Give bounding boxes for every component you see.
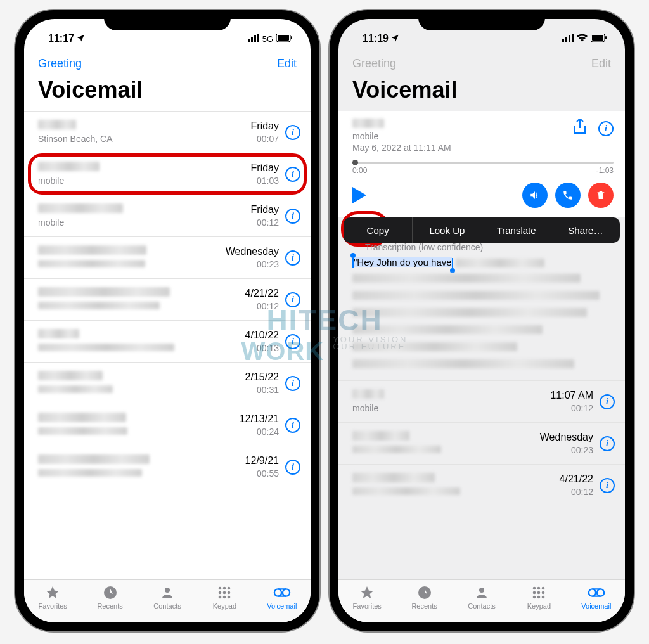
info-icon[interactable]: i bbox=[285, 250, 300, 266]
info-icon[interactable]: i bbox=[600, 436, 615, 451]
voicemail-duration: 01:03 bbox=[251, 175, 279, 186]
voicemail-list[interactable]: Stinson Beach, CA Friday 00:07 i mobile … bbox=[24, 111, 311, 579]
svg-rect-25 bbox=[592, 35, 603, 41]
contacts-icon bbox=[158, 585, 176, 600]
info-icon[interactable]: i bbox=[600, 394, 615, 409]
tab-recents[interactable]: Recents bbox=[81, 585, 138, 610]
selected-text[interactable]: "Hey John do you have bbox=[354, 257, 452, 267]
tab-favorites[interactable]: Favorites bbox=[338, 585, 395, 610]
svg-point-28 bbox=[479, 588, 484, 593]
context-menu-item[interactable]: Translate bbox=[482, 217, 551, 243]
status-time: 11:17 bbox=[48, 33, 74, 44]
tab-favorites[interactable]: Favorites bbox=[24, 585, 81, 610]
voicemail-duration: 00:12 bbox=[560, 486, 593, 498]
tab-keypad[interactable]: Keypad bbox=[196, 585, 253, 610]
tab-voicemail[interactable]: Voicemail bbox=[568, 585, 625, 610]
context-menu-item[interactable]: Copy bbox=[344, 217, 413, 243]
greeting-button[interactable]: Greeting bbox=[352, 57, 396, 70]
context-menu-item[interactable]: Share… bbox=[551, 217, 620, 243]
signal-icon bbox=[562, 33, 574, 44]
delete-button[interactable] bbox=[588, 183, 614, 208]
voicemail-date: Wednesday bbox=[540, 431, 593, 444]
svg-rect-22 bbox=[569, 35, 570, 42]
elapsed-time: 0:00 bbox=[352, 166, 367, 175]
tab-contacts[interactable]: Contacts bbox=[453, 585, 510, 610]
call-back-button[interactable] bbox=[555, 183, 581, 208]
favorites-icon bbox=[44, 585, 61, 600]
svg-rect-1 bbox=[251, 37, 253, 42]
edit-button[interactable]: Edit bbox=[591, 57, 611, 70]
caller-name-blurred bbox=[38, 120, 76, 129]
info-icon[interactable]: i bbox=[598, 121, 614, 136]
info-icon[interactable]: i bbox=[285, 418, 300, 433]
nav-bar: Greeting Edit bbox=[338, 49, 625, 73]
tab-recents[interactable]: Recents bbox=[395, 585, 453, 610]
selection-end-handle[interactable] bbox=[452, 258, 453, 268]
caller-name-blurred bbox=[38, 203, 123, 213]
tab-keypad[interactable]: Keypad bbox=[510, 585, 567, 610]
share-icon[interactable] bbox=[573, 119, 587, 139]
voicemail-row[interactable]: 2/15/22 00:31 i bbox=[24, 362, 311, 404]
info-icon[interactable]: i bbox=[285, 167, 300, 182]
info-icon[interactable]: i bbox=[285, 376, 300, 391]
play-button[interactable] bbox=[352, 187, 366, 203]
info-icon[interactable]: i bbox=[285, 334, 300, 349]
svg-rect-2 bbox=[254, 35, 256, 42]
keypad-icon bbox=[215, 585, 233, 600]
svg-point-15 bbox=[219, 596, 222, 599]
tab-contacts[interactable]: Contacts bbox=[139, 585, 196, 610]
greeting-button[interactable]: Greeting bbox=[38, 57, 82, 70]
info-icon[interactable]: i bbox=[285, 209, 300, 224]
voicemail-date: 12/9/21 bbox=[245, 454, 279, 468]
caller-sublabel: mobile bbox=[38, 217, 251, 228]
info-icon[interactable]: i bbox=[600, 478, 615, 493]
voicemail-icon bbox=[588, 585, 605, 600]
tab-label: Keypad bbox=[213, 602, 236, 610]
voicemail-date: Friday bbox=[251, 203, 279, 217]
voicemail-row[interactable]: mobile 11:07 AM 00:12 i bbox=[338, 380, 625, 422]
voicemail-row[interactable]: 12/9/21 00:55 i bbox=[24, 446, 311, 487]
caller-name-blurred bbox=[38, 287, 170, 297]
page-title: Voicemail bbox=[24, 73, 311, 111]
speaker-button[interactable] bbox=[522, 183, 548, 208]
voicemail-row[interactable]: 4/21/22 00:12 i bbox=[338, 464, 625, 506]
blurred-text bbox=[352, 359, 574, 368]
playback-progress[interactable] bbox=[352, 162, 614, 164]
voicemail-row[interactable]: 12/13/21 00:24 i bbox=[24, 404, 311, 446]
transcript-label: Transcription (low confidence) bbox=[365, 242, 611, 252]
svg-point-13 bbox=[223, 591, 226, 595]
voicemail-row[interactable]: mobile Friday 01:03 i bbox=[24, 153, 311, 195]
voicemail-date: Wednesday bbox=[226, 245, 279, 259]
voicemail-date: 4/21/22 bbox=[560, 473, 593, 486]
tab-voicemail[interactable]: Voicemail bbox=[254, 585, 311, 610]
tab-label: Voicemail bbox=[267, 602, 297, 610]
info-icon[interactable]: i bbox=[285, 292, 300, 307]
tab-bar: FavoritesRecentsContactsKeypadVoicemail bbox=[338, 579, 625, 622]
svg-point-18 bbox=[274, 589, 281, 596]
screen-right: 11:19 Greeting Edit Voicemail bbox=[338, 19, 625, 622]
info-icon[interactable]: i bbox=[285, 125, 300, 140]
edit-button[interactable]: Edit bbox=[277, 57, 297, 70]
voicemail-duration: 00:23 bbox=[540, 444, 593, 456]
voicemail-row[interactable]: 4/10/22 00:13 i bbox=[24, 320, 311, 362]
tab-label: Contacts bbox=[468, 602, 495, 610]
blurred-text bbox=[352, 308, 587, 317]
svg-point-31 bbox=[542, 587, 545, 590]
voicemail-list-below[interactable]: mobile 11:07 AM 00:12 i Wednesday 00:23 … bbox=[338, 380, 625, 579]
voicemail-date: 2/15/22 bbox=[245, 371, 279, 384]
voicemail-duration: 00:12 bbox=[251, 217, 279, 228]
voicemail-row[interactable]: Wednesday 00:23 i bbox=[338, 422, 625, 464]
status-right bbox=[562, 33, 607, 44]
voicemail-row[interactable]: Wednesday 00:23 i bbox=[24, 236, 311, 278]
blurred-text bbox=[352, 342, 517, 351]
voicemail-duration: 00:31 bbox=[245, 384, 279, 396]
blurred-text bbox=[352, 487, 460, 495]
voicemail-row[interactable]: 4/21/22 00:12 i bbox=[24, 278, 311, 320]
selection-start-handle[interactable] bbox=[352, 258, 354, 268]
info-icon[interactable]: i bbox=[285, 460, 300, 475]
tab-label: Favorites bbox=[353, 602, 382, 610]
context-menu-item[interactable]: Look Up bbox=[413, 217, 482, 243]
voicemail-row[interactable]: Stinson Beach, CA Friday 00:07 i bbox=[24, 111, 311, 153]
voicemail-duration: 00:13 bbox=[245, 342, 279, 354]
voicemail-row[interactable]: mobile Friday 00:12 i bbox=[24, 195, 311, 236]
